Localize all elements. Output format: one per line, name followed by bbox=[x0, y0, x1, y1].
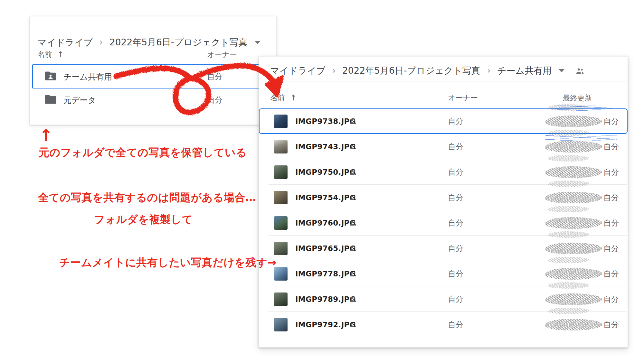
annotation-problem: 全ての写真を共有するのは問題がある場合… bbox=[38, 190, 256, 205]
owner-cell: 自分 bbox=[448, 167, 463, 177]
column-header-last-updated[interactable]: 最終更新 bbox=[563, 93, 592, 103]
redacted-date-scribble bbox=[545, 116, 602, 127]
divider bbox=[37, 113, 276, 113]
owner-cell: 自分 bbox=[207, 71, 223, 82]
last-updated-by: 自分 bbox=[603, 116, 619, 126]
owner-cell: 自分 bbox=[448, 192, 463, 203]
sort-ascending-icon[interactable]: ↑ bbox=[290, 93, 297, 102]
file-name: IMGP9789.JPG bbox=[295, 295, 356, 303]
file-name: IMGP9792.JPG bbox=[295, 320, 356, 329]
owner-cell: 自分 bbox=[207, 95, 223, 105]
redacted-date-scribble bbox=[548, 231, 589, 238]
drive-window-source-folder: マイドライブ › 2022年5月6日-プロジェクト写真 名前↑ オーナー bbox=[30, 16, 277, 125]
breadcrumb-project-folder[interactable]: 2022年5月6日-プロジェクト写真 bbox=[109, 36, 248, 49]
folder-row[interactable]: チーム共有用 自分 bbox=[33, 65, 275, 88]
file-name: IMGP9778.JPG bbox=[295, 270, 356, 278]
redacted-date-scribble bbox=[545, 293, 602, 305]
photo-thumbnail bbox=[274, 216, 288, 230]
breadcrumb-separator-icon: › bbox=[487, 65, 491, 76]
redacted-date-scribble bbox=[545, 243, 602, 254]
chevron-down-icon[interactable] bbox=[255, 41, 260, 44]
file-row[interactable]: IMGP9792.JPG 自分 自分 bbox=[259, 312, 628, 337]
photo-thumbnail bbox=[274, 165, 288, 179]
photo-thumbnail bbox=[274, 292, 288, 306]
redacted-date-scribble bbox=[545, 268, 602, 280]
owner-cell: 自分 bbox=[448, 320, 463, 330]
shared-folder-icon bbox=[45, 71, 56, 82]
file-name: IMGP9750.JPG bbox=[295, 168, 356, 176]
folder-list: チーム共有用 自分 元データ 自分 bbox=[33, 65, 275, 112]
annotation-keep-all: 元のフォルダで全ての写真を保管している bbox=[39, 145, 247, 160]
shared-people-icon bbox=[349, 245, 357, 252]
redacted-date-scribble bbox=[548, 257, 589, 263]
owner-cell: 自分 bbox=[448, 269, 463, 279]
redacted-date-scribble bbox=[548, 282, 589, 289]
photo-thumbnail bbox=[274, 318, 288, 331]
folder-name: 元データ bbox=[63, 95, 96, 105]
file-name: IMGP9760.JPG bbox=[295, 219, 356, 227]
annotation-keep-only: チームメイトに共有したい写真だけを残す→ bbox=[59, 255, 277, 270]
last-updated-by: 自分 bbox=[603, 192, 619, 203]
column-header-owner[interactable]: オーナー bbox=[207, 50, 237, 60]
breadcrumb-separator-icon: › bbox=[332, 65, 336, 76]
photo-thumbnail bbox=[274, 191, 288, 204]
redacted-date-scribble bbox=[548, 308, 589, 314]
breadcrumb-project-folder[interactable]: 2022年5月6日-プロジェクト写真 bbox=[342, 65, 480, 77]
redacted-date-scribble bbox=[548, 206, 589, 212]
chevron-down-icon[interactable] bbox=[559, 69, 564, 72]
file-name: IMGP9743.JPG bbox=[295, 143, 356, 151]
blue-pen-scribble bbox=[545, 135, 617, 141]
redacted-date-scribble bbox=[545, 319, 602, 330]
redacted-date-scribble bbox=[548, 155, 589, 162]
shared-people-icon bbox=[349, 194, 357, 201]
breadcrumb-my-drive[interactable]: マイドライブ bbox=[37, 36, 93, 49]
folder-shared-people-icon[interactable] bbox=[575, 67, 585, 75]
shared-people-icon bbox=[349, 169, 357, 176]
folder-icon bbox=[45, 95, 56, 106]
breadcrumb-team-folder[interactable]: チーム共有用 bbox=[497, 65, 552, 77]
last-updated-by: 自分 bbox=[603, 294, 619, 304]
breadcrumb-separator-icon: › bbox=[99, 36, 103, 48]
redacted-date-scribble bbox=[545, 141, 602, 153]
redacted-date-scribble bbox=[545, 192, 602, 203]
shared-people-icon bbox=[349, 270, 357, 277]
redacted-date-scribble bbox=[545, 217, 602, 229]
divider bbox=[259, 81, 628, 81]
shared-people-icon bbox=[349, 321, 357, 328]
divider bbox=[30, 39, 276, 39]
file-name: IMGP9765.JPG bbox=[295, 244, 356, 253]
breadcrumb: マイドライブ › 2022年5月6日-プロジェクト写真 › チーム共有用 bbox=[270, 65, 585, 77]
last-updated-by: 自分 bbox=[603, 218, 619, 228]
owner-cell: 自分 bbox=[448, 218, 463, 228]
redacted-date-scribble bbox=[545, 166, 602, 178]
photo-thumbnail bbox=[274, 115, 288, 128]
column-header-name[interactable]: 名前↑ bbox=[37, 50, 64, 60]
file-list: IMGP9738.JPG 自分 自分 bbox=[259, 108, 628, 337]
owner-cell: 自分 bbox=[448, 116, 463, 126]
blue-pen-scribble bbox=[548, 106, 612, 111]
last-updated-by: 自分 bbox=[603, 320, 619, 330]
up-arrow-annotation: ↑ bbox=[39, 126, 53, 145]
column-header-owner[interactable]: オーナー bbox=[448, 93, 478, 103]
last-updated-by: 自分 bbox=[603, 243, 619, 254]
shared-people-icon bbox=[349, 118, 357, 125]
file-name: IMGP9754.JPG bbox=[295, 193, 356, 202]
folder-name: チーム共有用 bbox=[63, 71, 112, 82]
shared-people-icon bbox=[349, 296, 357, 303]
annotation-duplicate: フォルダを複製して bbox=[94, 212, 193, 227]
sort-ascending-icon[interactable]: ↑ bbox=[57, 50, 64, 59]
redacted-date-scribble bbox=[548, 181, 589, 187]
column-header-name[interactable]: 名前↑ bbox=[270, 93, 297, 103]
owner-cell: 自分 bbox=[448, 294, 463, 304]
shared-people-icon bbox=[349, 219, 357, 227]
screenshot-canvas: マイドライブ › 2022年5月6日-プロジェクト写真 名前↑ オーナー bbox=[0, 0, 644, 362]
owner-cell: 自分 bbox=[448, 142, 463, 152]
folder-row[interactable]: 元データ 自分 bbox=[33, 88, 275, 112]
drive-window-team-folder: マイドライブ › 2022年5月6日-プロジェクト写真 › チーム共有用 名前↑… bbox=[259, 56, 628, 348]
last-updated-by: 自分 bbox=[603, 142, 619, 152]
photo-thumbnail bbox=[274, 140, 288, 153]
file-name: IMGP9738.JPG bbox=[295, 117, 356, 125]
shared-people-icon bbox=[349, 143, 357, 150]
breadcrumb-my-drive[interactable]: マイドライブ bbox=[270, 65, 326, 77]
photo-thumbnail bbox=[274, 242, 288, 255]
